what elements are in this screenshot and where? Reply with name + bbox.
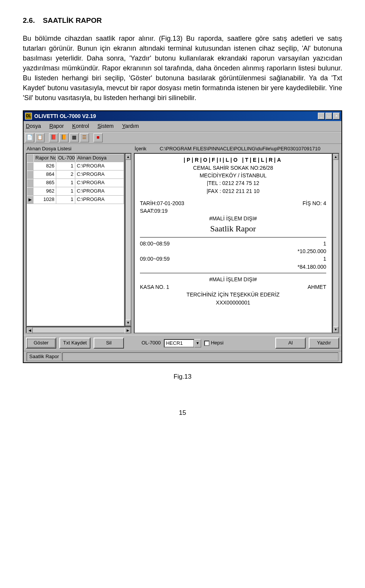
maximize-button[interactable]: □	[325, 113, 332, 120]
bottom-bar: Göster Txt Kaydet Sil OL-7000 ▼ Hepsi Al…	[24, 335, 341, 351]
goster-button[interactable]: Göster	[26, 338, 56, 349]
col-rapor-no[interactable]: Rapor No	[33, 154, 56, 162]
section-number: 2.6.	[23, 16, 35, 24]
yazdir-button[interactable]: Yazdır	[309, 338, 339, 349]
rpt-tel: |TEL : 0212 274 75 12	[140, 179, 326, 187]
rpt-code: XXX00000001	[140, 299, 326, 306]
section-heading: 2.6. SAATLİK RAPOR	[23, 15, 342, 26]
scroll-up-icon[interactable]: ▲	[333, 154, 338, 160]
menubar: Dosya Rapor Kontrol Sistem Yardım	[24, 121, 341, 131]
tool-doc-icon[interactable]: 📄	[25, 133, 34, 142]
main-area: Rapor No OL-7000 Alınan Dosya 826 1 C:\P…	[24, 153, 341, 335]
rpt-thanks: TERCİHİNİZ İÇİN TEŞEKKÜR EDERİZ	[140, 291, 326, 298]
report-content: |P|R|O|F|I|L|O |T|E|L|R|A CEMAL SAHİR SO…	[134, 153, 332, 333]
app-window: OL OLIVETTI OL-7000 V2.19 _ □ × Dosya Ra…	[23, 110, 342, 363]
status-text: Saatlik Rapor	[27, 352, 62, 361]
rpt-amt1: *10.250.000	[140, 247, 326, 255]
scroll-down-icon[interactable]: ▼	[333, 327, 338, 333]
minimize-button[interactable]: _	[318, 113, 325, 120]
left-pane-label: Alınan Dosya Listesi	[27, 145, 135, 153]
device-label: OL-7000	[141, 339, 161, 347]
close-button[interactable]: ×	[333, 113, 340, 120]
statusbar: Saatlik Rapor	[24, 351, 341, 362]
rpt-kasa: KASA NO. 1 AHMET	[140, 283, 326, 291]
table-row[interactable]: 826 1 C:\PROGRA	[27, 162, 124, 171]
menu-kontrol[interactable]: Kontrol	[72, 122, 89, 130]
menu-sistem[interactable]: Sistem	[97, 122, 114, 130]
rpt-amt2: *84.180.000	[140, 263, 326, 271]
scroll-up-icon[interactable]: ▲	[125, 154, 131, 160]
grid-vscroll[interactable]: ▲ ▼	[125, 153, 132, 327]
table-row[interactable]: 864 2 C:\PROGRA	[27, 171, 124, 179]
col-alinan-dosya[interactable]: Alınan Dosya	[75, 154, 124, 162]
body-paragraph: Bu bölümde cihazdan saatlik rapor alınır…	[23, 33, 342, 103]
terminal-combo[interactable]: ▼	[164, 339, 201, 347]
tool-list-icon[interactable]: ☰	[80, 133, 89, 142]
page-number: 15	[23, 408, 342, 418]
chevron-down-icon[interactable]: ▼	[194, 339, 201, 347]
rpt-mali1: #MALİ İŞLEM DIŞI#	[140, 215, 326, 222]
menu-rapor[interactable]: Rapor	[49, 122, 64, 130]
sil-button[interactable]: Sil	[94, 338, 124, 349]
rpt-line1: 08:00~08:59 1	[140, 240, 326, 247]
rpt-title: Saatlik Rapor	[140, 223, 326, 235]
menu-dosya[interactable]: Dosya	[26, 122, 41, 130]
tool-book-icon[interactable]: 📕	[49, 133, 58, 142]
rpt-fisno: FİŞ NO: 4	[303, 199, 326, 207]
grid-hscroll[interactable]: ◀ ▶	[26, 327, 132, 333]
content-vscroll[interactable]: ▲ ▼	[332, 153, 339, 333]
rpt-addr1: CEMAL SAHİR SOKAK NO:26/28	[140, 164, 326, 172]
rpt-fax: |FAX : 0212 211 21 10	[140, 187, 326, 195]
rpt-date-row: TARİH:07-01-2003 FİŞ NO: 4	[140, 199, 326, 207]
file-grid[interactable]: Rapor No OL-7000 Alınan Dosya 826 1 C:\P…	[26, 153, 125, 327]
titlebar: OL OLIVETTI OL-7000 V2.19 _ □ ×	[24, 111, 341, 121]
al-button[interactable]: Al	[275, 338, 306, 349]
rpt-line2: 09:00~09:59 1	[140, 255, 326, 263]
section-title: SAATLİK RAPOR	[43, 16, 102, 24]
toolbar: 📄 📋 📕 📙 ▦ ☰ ■	[24, 132, 341, 144]
figure-caption: Fig.13	[23, 372, 342, 382]
tool-page-icon[interactable]: 📙	[59, 133, 68, 142]
scroll-down-icon[interactable]: ▼	[125, 320, 131, 326]
current-row-icon: ▶	[27, 196, 33, 204]
content-label: İçerik	[135, 145, 160, 153]
window-title: OLIVETTI OL-7000 V2.19	[34, 112, 96, 120]
tool-copy-icon[interactable]: 📋	[35, 133, 44, 142]
rpt-saat: SAAT:09:19	[140, 207, 326, 215]
table-row[interactable]: 962 1 C:\PROGRA	[27, 187, 124, 196]
tool-stop-icon[interactable]: ■	[94, 133, 103, 142]
scroll-right-icon[interactable]: ▶	[125, 327, 131, 333]
tool-grid-icon[interactable]: ▦	[70, 133, 79, 142]
table-row[interactable]: 865 1 C:\PROGRA	[27, 179, 124, 187]
rpt-addr2: MECİDİYEKÖY / İSTANBUL	[140, 172, 326, 179]
table-row[interactable]: ▶ 1028 1 C:\PROGRA	[27, 196, 124, 204]
file-list-pane: Rapor No OL-7000 Alınan Dosya 826 1 C:\P…	[26, 153, 132, 333]
col-ol7000[interactable]: OL-7000	[56, 154, 75, 162]
terminal-input[interactable]	[164, 339, 194, 347]
rpt-tarih: TARİH:07-01-2003	[140, 199, 184, 207]
content-pane: |P|R|O|F|I|L|O |T|E|L|R|A CEMAL SAHİR SO…	[134, 153, 339, 333]
hepsi-checkbox[interactable]: Hepsi	[204, 339, 224, 347]
grid-body: 826 1 C:\PROGRA 864 2 C:\PROGRA 86	[27, 162, 124, 326]
rpt-header: |P|R|O|F|I|L|O |T|E|L|R|A	[140, 156, 326, 164]
scroll-left-icon[interactable]: ◀	[27, 327, 33, 333]
txt-kaydet-button[interactable]: Txt Kaydet	[59, 338, 90, 349]
grid-header: Rapor No OL-7000 Alınan Dosya	[27, 154, 124, 162]
menu-yardim[interactable]: Yardım	[122, 122, 139, 130]
rpt-mali2: #MALİ İŞLEM DIŞI#	[140, 276, 326, 283]
pane-labels: Alınan Dosya Listesi İçerik C:\PROGRAM F…	[24, 144, 341, 153]
path-label: C:\PROGRAM FILES\PINNACLE\POLLING\duFile…	[160, 145, 338, 153]
app-icon: OL	[25, 113, 32, 120]
